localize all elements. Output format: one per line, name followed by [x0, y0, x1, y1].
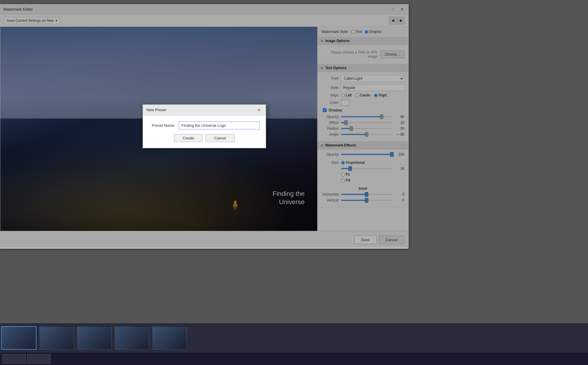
modal-actions: Create Cancel	[149, 134, 260, 143]
modal-close-button[interactable]: ✕	[256, 107, 262, 113]
modal-body: Preset Name: Create Cancel	[143, 116, 266, 148]
editor-window: Watermark Editor □ ✕ Save Current Settin…	[0, 4, 409, 248]
strip-item-3[interactable]	[76, 326, 112, 350]
strip-item-2[interactable]	[39, 326, 74, 350]
modal-cancel-button[interactable]: Cancel	[206, 134, 234, 142]
strip-item-5[interactable]	[152, 326, 187, 350]
modal-preset-name-label: Preset Name:	[149, 123, 175, 128]
modal-overlay: New Preset ✕ Preset Name: Create Cancel	[0, 4, 408, 248]
taskbar-item-2[interactable]	[27, 354, 51, 364]
modal-create-button[interactable]: Create	[174, 134, 203, 142]
strip-item-1[interactable]	[1, 326, 36, 350]
image-strip	[0, 323, 588, 353]
modal-titlebar: New Preset ✕	[143, 105, 266, 116]
modal-dialog: New Preset ✕ Preset Name: Create Cancel	[143, 104, 266, 148]
modal-title: New Preset	[146, 108, 166, 112]
modal-preset-name-input[interactable]	[179, 121, 260, 129]
taskbar-item-1[interactable]	[2, 354, 26, 364]
strip-item-4[interactable]	[114, 326, 149, 350]
modal-field-row: Preset Name:	[149, 121, 260, 129]
taskbar	[0, 353, 588, 365]
